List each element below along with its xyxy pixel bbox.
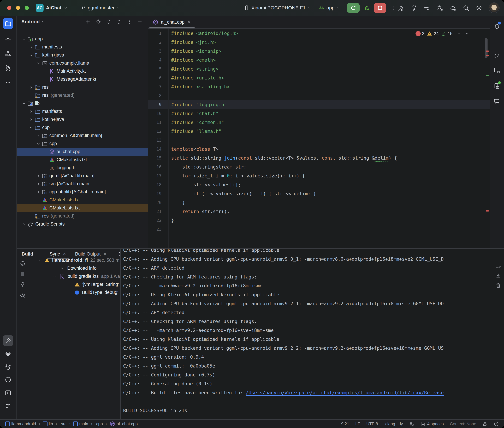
settings-gear-icon[interactable]	[476, 4, 482, 11]
expand-toggle[interactable]	[35, 173, 42, 178]
expand-toggle[interactable]	[35, 61, 42, 66]
tree-row[interactable]: src [AiChat.lib.main]	[17, 180, 148, 188]
close-window-button[interactable]	[7, 6, 11, 10]
expand-toggle[interactable]	[28, 109, 34, 114]
rerun-button[interactable]	[347, 3, 360, 13]
clear-console-icon[interactable]	[495, 283, 501, 288]
tree-row[interactable]: CMakeLists.txt	[17, 156, 148, 164]
tree-row[interactable]: MainActivity.kt	[17, 67, 148, 75]
soft-wrap-icon[interactable]	[495, 263, 501, 269]
warnings-count[interactable]: 24	[427, 31, 439, 36]
tree-row[interactable]: res (generated)	[17, 91, 148, 99]
encoding-indicator[interactable]: UTF-8	[366, 421, 378, 426]
problems-tool-button[interactable]	[3, 374, 13, 385]
view-options-icon[interactable]	[19, 292, 26, 299]
error-stripe-mark[interactable]	[486, 50, 489, 52]
gradle-tool-button[interactable]	[493, 51, 501, 59]
tree-row[interactable]: CMakeLists.txt	[17, 204, 148, 212]
expand-toggle[interactable]	[50, 274, 59, 279]
gemini-tool-button[interactable]	[493, 97, 501, 106]
close-tab-icon[interactable]: ✕	[63, 252, 66, 256]
prev-problem-icon[interactable]	[457, 32, 461, 35]
breadcrumb-item[interactable]: src ›	[60, 421, 72, 427]
build-console[interactable]: C/C++: -- Using KleidiAI optimized kerne…	[120, 249, 504, 420]
errors-count[interactable]: ! 3	[416, 31, 424, 36]
run-configuration-selector[interactable]: app	[326, 5, 334, 11]
app-insights-tool-button[interactable]	[3, 349, 13, 359]
sync-tree-row[interactable]: llama.android: fi 22 sec, 583 ms	[29, 256, 120, 264]
expand-toggle[interactable]	[28, 117, 34, 122]
attach-debugger-icon[interactable]	[436, 4, 443, 11]
breadcrumb-item[interactable]: llama.android ›	[5, 421, 42, 427]
expand-toggle[interactable]	[28, 125, 34, 130]
scroll-to-end-icon[interactable]	[495, 273, 501, 279]
project-view-selector[interactable]: Android	[21, 19, 40, 25]
project-tool-button[interactable]	[3, 18, 13, 29]
project-selector[interactable]: AiChat	[46, 5, 61, 11]
tree-row[interactable]: cpp	[17, 140, 148, 148]
formatter-off-icon[interactable]	[409, 421, 414, 427]
logcat-tool-button[interactable]	[3, 362, 13, 372]
notifications-tool-button[interactable]	[493, 22, 501, 30]
more-tools-button[interactable]	[3, 77, 13, 88]
commit-tool-button[interactable]	[3, 34, 13, 45]
expand-toggle[interactable]	[28, 45, 34, 49]
vcs-branch-selector[interactable]: ggml-master	[81, 5, 120, 11]
re-sync-icon[interactable]	[19, 260, 26, 267]
running-devices-tool-button[interactable]	[493, 82, 501, 90]
add-icon[interactable]	[85, 19, 91, 25]
expand-toggle[interactable]	[35, 141, 42, 146]
expand-toggle[interactable]	[21, 222, 27, 227]
line-ending-indicator[interactable]: LF	[355, 421, 360, 426]
hide-panel-icon[interactable]	[137, 19, 143, 25]
context-indicator[interactable]: Context: None	[450, 421, 476, 426]
alert-circle-icon[interactable]	[494, 421, 499, 427]
stop-sync-icon[interactable]	[19, 271, 26, 278]
expand-toggle[interactable]	[35, 133, 42, 138]
tree-row[interactable]: res	[17, 83, 148, 91]
pin-icon[interactable]	[19, 281, 26, 288]
breadcrumb-item[interactable]: lib ›	[43, 421, 59, 427]
tree-row[interactable]: logging.h	[17, 164, 148, 172]
tree-row[interactable]: common [AiChat.lib.main]	[17, 132, 148, 140]
collapse-all-icon[interactable]	[116, 19, 122, 25]
version-control-tool-button[interactable]	[3, 401, 13, 411]
apply-code-changes-icon[interactable]	[423, 4, 430, 11]
more-run-actions-button[interactable]	[391, 5, 397, 11]
breadcrumb-item[interactable]: C ai_chat.cpp ›	[109, 421, 138, 427]
search-icon[interactable]	[462, 4, 469, 11]
tree-row[interactable]: cpp	[17, 123, 148, 132]
tree-row[interactable]: MessageAdapter.kt	[17, 75, 148, 83]
tree-row[interactable]: Gradle Scripts	[17, 220, 148, 228]
terminal-tool-button[interactable]	[3, 387, 13, 398]
tree-row[interactable]: app	[17, 35, 148, 43]
tree-row[interactable]: kotlin+java	[17, 115, 148, 123]
expand-toggle[interactable]	[35, 189, 42, 194]
zoom-window-button[interactable]	[25, 6, 29, 10]
tree-row[interactable]: CMakeLists.txt	[17, 196, 148, 204]
build-run-hammer-icon[interactable]	[397, 4, 404, 11]
vcs-stripe-mark[interactable]	[486, 75, 489, 76]
tree-row[interactable]: manifests	[17, 43, 148, 51]
sync-tree-row[interactable]: 'jvmTarget: String' is deprec	[29, 280, 120, 288]
pull-requests-tool-button[interactable]	[3, 63, 13, 73]
tree-row[interactable]: manifests	[17, 107, 148, 115]
close-tab-icon[interactable]	[187, 20, 191, 24]
code-area[interactable]: 1 #include <android/log.h> 2 #include <j…	[148, 29, 490, 248]
indent-indicator[interactable]: 4 spaces	[420, 421, 444, 427]
stop-button[interactable]	[374, 3, 386, 13]
caret-position[interactable]: 9:21	[341, 421, 349, 426]
tree-row[interactable]: kotlin+java	[17, 51, 148, 59]
tree-row[interactable]: ggml [AiChat.lib.main]	[17, 172, 148, 180]
expand-toggle[interactable]	[28, 53, 34, 58]
breadcrumb-item[interactable]: cpp ›	[95, 421, 108, 427]
lock-open-icon[interactable]	[482, 421, 487, 427]
passed-checks-count[interactable]: 15	[441, 31, 453, 36]
expand-toggle[interactable]	[35, 181, 42, 186]
next-problem-icon[interactable]	[465, 32, 469, 35]
tree-row[interactable]: res (generated)	[17, 212, 148, 220]
user-avatar[interactable]	[488, 2, 500, 13]
structure-tool-button[interactable]	[3, 48, 13, 59]
tree-row[interactable]: com.example.llama	[17, 59, 148, 67]
expand-all-icon[interactable]	[106, 19, 112, 25]
